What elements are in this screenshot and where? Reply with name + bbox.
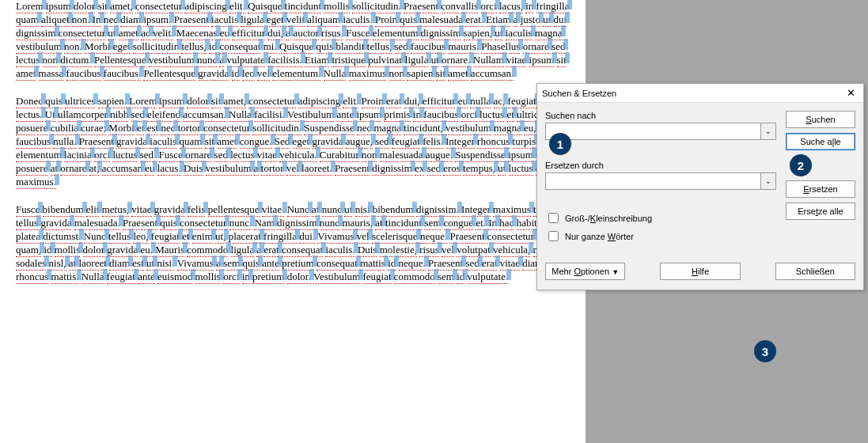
highlighted-word: platea	[16, 230, 40, 244]
highlighted-word: ut	[543, 13, 551, 27]
dialog-title: Suchen & Ersetzen	[542, 89, 616, 98]
more-options-button[interactable]: Mehr Optionen ▼	[545, 263, 625, 280]
case-checkbox[interactable]	[548, 213, 559, 223]
chevron-down-icon[interactable]: ⌄	[760, 123, 776, 140]
highlighted-word: vel	[442, 244, 454, 257]
close-icon[interactable]: ✕	[843, 87, 859, 99]
highlighted-word: eu	[220, 27, 229, 40]
highlighted-word: consectetur	[180, 217, 226, 230]
highlighted-word: In	[93, 13, 101, 27]
highlighted-word: Praesent	[123, 217, 157, 230]
highlighted-word: et	[506, 108, 514, 122]
highlighted-word: ligula	[405, 54, 429, 67]
highlighted-word: dignissim	[372, 162, 412, 176]
highlighted-word: ornare	[60, 162, 86, 176]
highlighted-word: Donec	[16, 95, 43, 108]
highlighted-word: gravida	[40, 217, 71, 230]
case-label: Groß-/Kleinschreibung	[565, 214, 652, 223]
highlighted-word: Etiam	[305, 54, 329, 67]
replace-label: Ersetzen durch	[545, 161, 604, 170]
highlighted-word: pretium	[252, 271, 284, 284]
search-label: Suchen nach	[545, 111, 596, 120]
highlighted-word: sit	[557, 54, 567, 67]
replace-input[interactable]	[545, 172, 760, 190]
highlighted-word: faucibus	[16, 135, 51, 149]
highlighted-word: mauris.	[448, 40, 479, 54]
highlighted-word: ipsum	[529, 54, 555, 67]
highlighted-word: Praesent	[404, 0, 438, 13]
highlighted-word: vel	[286, 162, 299, 176]
highlighted-word: sit	[436, 67, 445, 81]
highlighted-word: Maecenas	[176, 27, 218, 40]
highlighted-word: ultrices	[65, 95, 95, 108]
highlighted-word: primis	[384, 108, 410, 122]
highlighted-word: eget	[293, 135, 310, 149]
dialog-titlebar[interactable]: Suchen & Ersetzen ✕	[537, 84, 863, 103]
highlighted-word: luctus	[509, 162, 533, 176]
highlighted-word: dolor	[187, 95, 208, 108]
close-button[interactable]: Schließen	[775, 263, 855, 280]
highlighted-word: quis	[160, 217, 177, 230]
search-input[interactable]	[545, 123, 760, 140]
highlighted-word: posuere	[16, 122, 47, 135]
whole-words-checkbox[interactable]	[548, 231, 559, 241]
highlighted-word: nibh	[110, 108, 128, 122]
highlighted-word: nunc	[197, 54, 217, 67]
highlighted-word: dui.	[299, 230, 315, 244]
highlighted-word: commodo	[394, 271, 435, 284]
highlighted-word: orci	[461, 108, 477, 122]
highlighted-word: neque.	[399, 257, 426, 271]
highlighted-word: lacus.	[157, 162, 181, 176]
highlighted-word: tempus,	[463, 162, 495, 176]
highlighted-word: sed	[214, 149, 228, 162]
highlighted-word: eu	[145, 162, 154, 176]
highlighted-word: felis	[188, 203, 205, 217]
highlighted-word: id	[232, 67, 240, 81]
highlighted-word: tincidunt,	[404, 122, 442, 135]
highlighted-word: Praesent	[174, 13, 209, 27]
highlighted-word: rhoncus	[16, 271, 48, 284]
chevron-down-icon[interactable]: ⌄	[760, 172, 776, 190]
highlighted-word: consectetur	[203, 122, 250, 135]
highlighted-word: erat.	[465, 13, 483, 27]
highlighted-word: feugiat	[362, 271, 391, 284]
paragraph: Donec quis ultrices sapien. Lorem ipsum …	[16, 95, 570, 189]
highlighted-word: malesuada	[419, 13, 463, 27]
highlighted-word: maximus.	[16, 176, 56, 189]
highlighted-word: non	[389, 67, 405, 81]
highlighted-word: amet	[16, 67, 36, 81]
highlighted-word: et	[137, 122, 144, 135]
find-replace-dialog: Suchen & Ersetzen ✕ Suchen nach ⌄ Ersetz…	[536, 83, 864, 290]
highlighted-word: bibendum	[373, 203, 414, 217]
highlighted-word: amet	[448, 67, 468, 81]
highlighted-word: sodales	[16, 257, 46, 271]
help-button[interactable]: Hilfe	[660, 263, 740, 280]
highlighted-word: Proin	[375, 13, 397, 27]
highlighted-word: ullamcorper	[58, 108, 108, 122]
highlighted-word: feugiat	[392, 135, 420, 149]
highlighted-word: risus	[419, 244, 439, 257]
highlighted-word: ut	[495, 27, 502, 40]
highlighted-word: diam	[109, 257, 130, 271]
highlighted-word: Nulla	[324, 67, 347, 81]
replace-all-button[interactable]: Ersetze alle	[786, 203, 855, 220]
highlighted-word: ipsum	[508, 149, 533, 162]
highlighted-word: sollicitudin.	[252, 122, 301, 135]
highlighted-word: mollis	[324, 0, 350, 13]
step-marker-3: 3	[754, 340, 776, 362]
highlighted-word: vestibulum	[445, 122, 491, 135]
step-marker-1: 1	[549, 133, 571, 155]
search-all-button[interactable]: Suche alle	[786, 133, 855, 150]
search-button[interactable]: Suchen	[786, 111, 855, 128]
highlighted-word: ut	[344, 203, 352, 217]
highlighted-word: hac	[499, 217, 514, 230]
highlighted-word: nisi.	[157, 257, 174, 271]
highlighted-word: a	[254, 162, 259, 176]
highlighted-word: Duis	[184, 162, 203, 176]
highlighted-word: a	[219, 54, 224, 67]
highlighted-word: non.	[72, 13, 90, 27]
highlighted-word: dignissim	[16, 27, 56, 40]
highlighted-word: adipiscing	[184, 0, 226, 13]
replace-button[interactable]: Ersetzen	[786, 180, 855, 198]
highlighted-word: amet,	[110, 0, 133, 13]
